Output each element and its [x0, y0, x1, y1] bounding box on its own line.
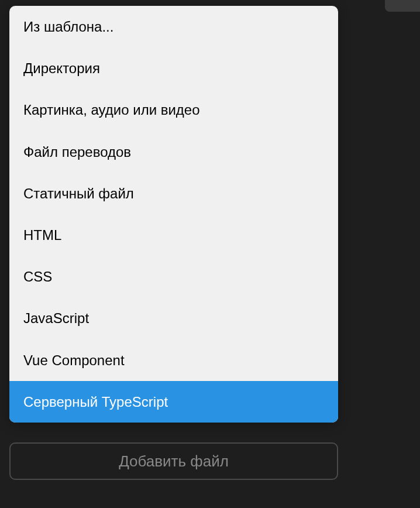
menu-item-label: Из шаблона...: [23, 19, 113, 35]
add-file-button-label: Добавить файл: [119, 452, 229, 471]
menu-item-label: JavaScript: [23, 310, 89, 326]
menu-item-static-file[interactable]: Статичный файл: [9, 173, 338, 214]
menu-item-label: Vue Component: [23, 352, 125, 368]
menu-item-label: Файл переводов: [23, 144, 131, 160]
add-file-button[interactable]: Добавить файл: [9, 442, 338, 480]
menu-item-html[interactable]: HTML: [9, 214, 338, 256]
menu-item-javascript[interactable]: JavaScript: [9, 297, 338, 339]
menu-item-label: CSS: [23, 269, 52, 284]
menu-item-label: Серверный TypeScript: [23, 394, 168, 410]
menu-item-media[interactable]: Картинка, аудио или видео: [9, 89, 338, 131]
menu-item-label: Картинка, аудио или видео: [23, 102, 200, 118]
menu-item-server-typescript[interactable]: Серверный TypeScript: [9, 381, 338, 423]
menu-item-label: Директория: [23, 60, 100, 76]
file-type-dropdown: Из шаблона... Директория Картинка, аудио…: [9, 6, 338, 423]
menu-item-label: HTML: [23, 227, 61, 243]
menu-item-translation-file[interactable]: Файл переводов: [9, 131, 338, 173]
menu-item-vue-component[interactable]: Vue Component: [9, 339, 338, 381]
menu-item-directory[interactable]: Директория: [9, 47, 338, 89]
menu-item-from-template[interactable]: Из шаблона...: [9, 6, 338, 47]
tab-fragment: [385, 0, 420, 12]
menu-item-label: Статичный файл: [23, 186, 134, 201]
menu-item-css[interactable]: CSS: [9, 256, 338, 297]
